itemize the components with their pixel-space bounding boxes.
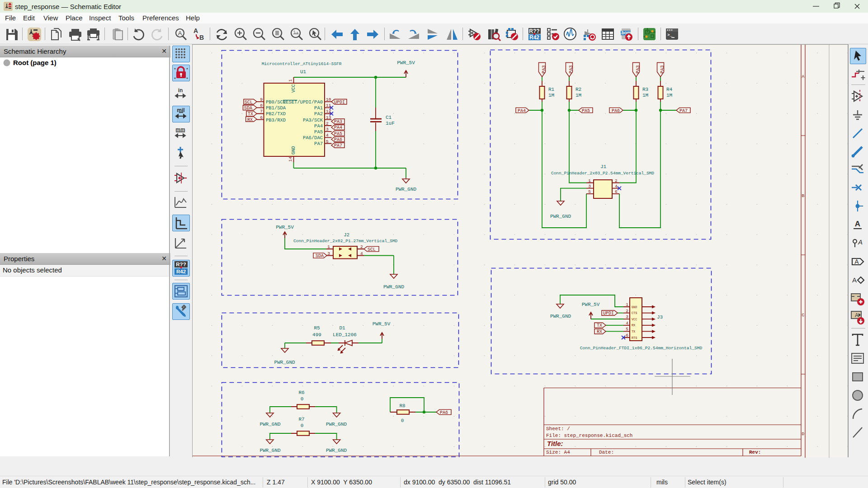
svg-text:PA1: PA1 (314, 105, 323, 111)
svg-text:PWR_GND: PWR_GND (274, 360, 295, 365)
svg-text:Size: A4: Size: A4 (546, 450, 570, 455)
svg-text:R3: R3 (642, 87, 648, 92)
svg-text:1: 1 (327, 244, 330, 249)
svg-text:13: 13 (326, 115, 331, 120)
svg-text:GND: GND (632, 305, 637, 309)
svg-text:PB2/TXD: PB2/TXD (266, 111, 286, 117)
svg-text:PA3: PA3 (636, 65, 641, 73)
svg-text:Rev:: Rev: (749, 450, 761, 455)
svg-text:Title:: Title: (547, 440, 563, 447)
svg-text:RTS: RTS (632, 336, 637, 340)
svg-text:8: 8 (260, 103, 263, 108)
svg-text:R??: R?? (176, 262, 186, 267)
svg-text:1: 1 (588, 178, 591, 183)
svg-text:D: D (802, 432, 805, 436)
svg-text:7: 7 (260, 109, 263, 114)
svg-text:2: 2 (626, 309, 628, 314)
svg-text:4: 4 (360, 251, 363, 256)
svg-text:D1: D1 (339, 325, 345, 331)
svg-text:VCC: VCC (291, 84, 296, 93)
svg-text:499: 499 (312, 332, 321, 338)
svg-text:PWR_5V: PWR_5V (373, 321, 391, 327)
svg-text:PA7: PA7 (334, 143, 342, 148)
svg-text:UPDI: UPDI (334, 100, 345, 105)
svg-text:0: 0 (301, 396, 304, 402)
svg-text:GND: GND (291, 146, 296, 155)
svg-text:9: 9 (260, 97, 263, 102)
svg-text:TX: TX (597, 323, 602, 328)
svg-text:14: 14 (288, 156, 293, 162)
svg-text:3: 3 (626, 314, 628, 319)
svg-text:A: A (193, 28, 198, 34)
svg-text:3: 3 (327, 251, 330, 256)
svg-text:PWR_GND: PWR_GND (259, 422, 281, 427)
svg-text:2: 2 (360, 244, 363, 249)
svg-text:A: A (854, 258, 859, 265)
svg-text:A: A (858, 238, 863, 246)
svg-text:TX: TX (632, 330, 635, 333)
svg-text:PWR_GND: PWR_GND (550, 214, 571, 219)
svg-text:A: A (178, 30, 182, 37)
svg-text:SDA: SDA (316, 253, 324, 258)
svg-text:4: 4 (615, 184, 618, 189)
svg-text:Conn_PinHeader_2x02_P1.27mm_Ve: Conn_PinHeader_2x02_P1.27mm_Vertical_SMD (293, 239, 398, 244)
svg-text:RX: RX (632, 324, 635, 327)
svg-text:1M: 1M (576, 93, 581, 98)
svg-text:R42: R42 (529, 34, 539, 41)
svg-text:1: 1 (626, 302, 628, 307)
svg-text:VCC: VCC (632, 318, 637, 321)
svg-text:Date:: Date: (599, 450, 614, 455)
svg-text:SDA: SDA (244, 106, 252, 111)
svg-text:R4: R4 (666, 87, 673, 92)
svg-text:PWR_5V: PWR_5V (397, 60, 415, 66)
svg-text:PA7: PA7 (679, 108, 688, 113)
svg-text:A: A (852, 276, 857, 284)
svg-text:5: 5 (588, 189, 591, 194)
svg-text:PB1/SDA: PB1/SDA (266, 105, 286, 111)
svg-text:CTS: CTS (632, 311, 637, 315)
svg-text:A: A (855, 312, 859, 319)
svg-text:PA6: PA6 (440, 410, 448, 415)
svg-text:LED_1206: LED_1206 (333, 332, 357, 338)
svg-text:PA5: PA5 (334, 131, 342, 136)
svg-text:6: 6 (260, 115, 263, 120)
svg-text:UPDI: UPDI (603, 311, 614, 316)
svg-text:4: 4 (326, 133, 329, 138)
svg-text:R7: R7 (298, 417, 304, 422)
svg-text:2: 2 (615, 178, 618, 183)
svg-text:R42: R42 (176, 269, 186, 274)
svg-text:1M: 1M (642, 93, 648, 98)
svg-text:J1: J1 (600, 164, 607, 169)
svg-text:Sheet: /: Sheet: / (546, 426, 570, 432)
svg-text:R1: R1 (548, 87, 555, 92)
svg-text:PWR_GND: PWR_GND (396, 187, 417, 192)
svg-text:PWR_GND: PWR_GND (326, 448, 347, 453)
svg-text:0: 0 (301, 423, 304, 428)
svg-text:PA3: PA3 (542, 65, 547, 73)
svg-text:PA2: PA2 (314, 111, 323, 117)
svg-text:File: step_response.kicad_sch: File: step_response.kicad_sch (546, 433, 632, 438)
svg-text:A: A (855, 220, 860, 228)
svg-text:PA4: PA4 (518, 108, 526, 113)
svg-text:PA5: PA5 (582, 108, 590, 113)
svg-text:12: 12 (326, 109, 331, 114)
svg-text:1M: 1M (666, 93, 672, 98)
svg-text:PA4: PA4 (334, 125, 342, 130)
svg-text:0: 0 (401, 418, 404, 423)
svg-text:PA6/DAC: PA6/DAC (303, 135, 323, 141)
svg-text:PWR_GND: PWR_GND (259, 448, 281, 453)
svg-text:PWR_5V: PWR_5V (276, 225, 294, 230)
svg-text:J2: J2 (344, 232, 349, 238)
svg-text:J3: J3 (657, 314, 663, 320)
svg-text:1uF: 1uF (386, 121, 395, 126)
svg-text:PA5: PA5 (314, 129, 323, 135)
svg-text:4: 4 (626, 321, 628, 326)
svg-text:5: 5 (326, 139, 329, 144)
svg-text:Microcontroller_ATtiny1614-SSF: Microcontroller_ATtiny1614-SSFR (262, 61, 342, 66)
svg-text:PWR_GND: PWR_GND (383, 284, 405, 290)
svg-text:10: 10 (326, 97, 331, 102)
svg-text:Conn_PinHeader_FTDI_1x06_P2.54: Conn_PinHeader_FTDI_1x06_P2.54mm_Horizon… (580, 346, 703, 351)
svg-text:C: C (802, 313, 805, 318)
svg-text:C1: C1 (386, 115, 392, 120)
svg-text:11: 11 (326, 103, 331, 108)
